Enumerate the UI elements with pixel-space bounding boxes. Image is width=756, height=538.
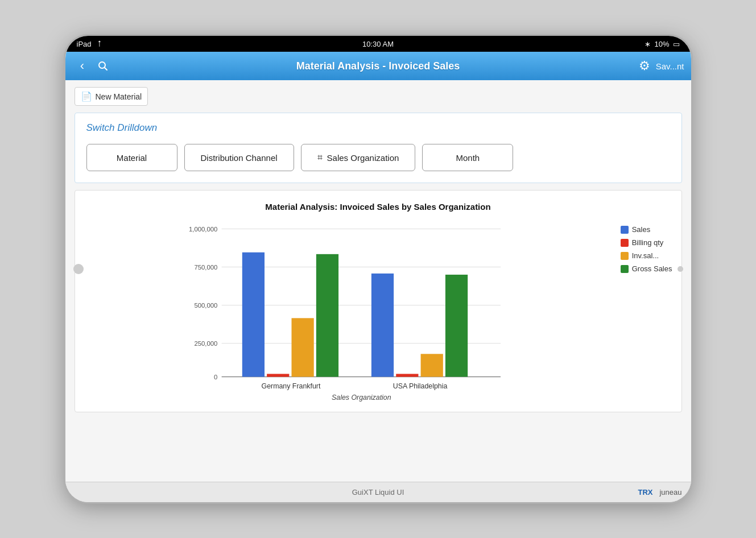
distribution-channel-button[interactable]: Distribution Channel <box>184 144 294 171</box>
sales-organization-label: Sales Organization <box>327 153 399 163</box>
footer-bar: GuiXT Liquid UI TRX juneau <box>65 482 691 502</box>
sales-organization-button[interactable]: ⌗ Sales Organization <box>301 144 416 171</box>
search-icon <box>98 61 108 71</box>
bar-usa-grosssales <box>445 275 467 377</box>
nav-bar: ‹ Material Analysis - Invoiced Sales ⚙ S… <box>65 52 691 80</box>
bar-usa-sales <box>371 274 393 377</box>
chart-panel: Material Analysis: Invoiced Sales by Sal… <box>75 190 682 412</box>
legend-color-invsales <box>621 252 629 260</box>
svg-text:250,000: 250,000 <box>194 340 217 347</box>
legend-billing: Billing qty <box>621 238 672 247</box>
bar-germany-sales <box>242 253 264 377</box>
page-title: Material Analysis - Invoiced Sales <box>296 60 460 72</box>
sales-org-icon: ⌗ <box>317 152 323 163</box>
bar-usa-invsales <box>420 354 443 376</box>
legend-label-sales: Sales <box>632 225 651 234</box>
legend-grosssales: Gross Sales <box>621 264 672 273</box>
content-area: 📄 New Material Switch Drilldown Material… <box>65 80 691 482</box>
chart-legend: Sales Billing qty Inv.sal... Gross Sales <box>621 221 672 403</box>
status-bar: iPad ⭡ 10:30 AM ∗ 10% ▭ <box>65 36 691 52</box>
material-drilldown-button[interactable]: Material <box>86 144 177 171</box>
material-label: Material <box>117 153 147 163</box>
device-frame: iPad ⭡ 10:30 AM ∗ 10% ▭ ‹ Material Analy… <box>65 36 691 502</box>
chart-container: 1,000,000 750,000 500,000 250,000 0 <box>84 221 672 403</box>
wifi-icon: ⭡ <box>96 40 103 48</box>
side-button-right <box>677 266 683 272</box>
back-button[interactable]: ‹ <box>72 56 93 76</box>
new-material-icon: 📄 <box>81 91 92 102</box>
bar-usa-billing <box>396 374 418 376</box>
new-material-label: New Material <box>96 92 142 101</box>
battery-label: 10% <box>654 40 669 48</box>
footer-right: TRX juneau <box>638 488 681 496</box>
chart-area: 1,000,000 750,000 500,000 250,000 0 <box>84 221 612 403</box>
legend-label-invsales: Inv.sal... <box>632 251 659 260</box>
footer-trx: TRX <box>638 488 652 496</box>
footer-juneau: juneau <box>659 488 681 496</box>
drilldown-buttons: Material Distribution Channel ⌗ Sales Or… <box>86 144 670 171</box>
bar-germany-billing <box>267 374 289 376</box>
drilldown-title: Switch Drilldown <box>86 122 670 134</box>
legend-label-grosssales: Gross Sales <box>632 264 672 273</box>
carrier-label: iPad <box>77 40 92 48</box>
legend-invsales: Inv.sal... <box>621 251 672 260</box>
bar-germany-grosssales <box>316 254 338 377</box>
svg-text:Sales Organization: Sales Organization <box>332 394 391 402</box>
time-label: 10:30 AM <box>362 40 394 48</box>
new-material-button[interactable]: 📄 New Material <box>75 87 148 106</box>
battery-icon: ▭ <box>673 40 680 48</box>
svg-text:750,000: 750,000 <box>194 264 217 271</box>
save-button[interactable]: Sav...nt <box>656 61 684 71</box>
bar-chart-svg: 1,000,000 750,000 500,000 250,000 0 <box>84 221 612 403</box>
svg-text:1,000,000: 1,000,000 <box>188 226 217 233</box>
legend-label-billing: Billing qty <box>632 238 664 247</box>
bar-germany-invsales <box>291 318 313 376</box>
settings-button[interactable]: ⚙ <box>639 59 650 73</box>
svg-text:500,000: 500,000 <box>194 302 217 309</box>
bluetooth-icon: ∗ <box>645 40 651 48</box>
svg-text:Germany Frankfurt: Germany Frankfurt <box>261 382 320 390</box>
legend-color-grosssales <box>621 265 629 273</box>
month-label: Month <box>456 153 480 163</box>
month-button[interactable]: Month <box>422 144 513 171</box>
svg-text:0: 0 <box>214 374 217 380</box>
legend-sales: Sales <box>621 225 672 234</box>
search-button[interactable] <box>93 56 113 76</box>
legend-color-billing <box>621 239 629 247</box>
drilldown-panel: Switch Drilldown Material Distribution C… <box>75 113 682 183</box>
footer-center: GuiXT Liquid UI <box>352 488 404 496</box>
distribution-channel-label: Distribution Channel <box>201 153 278 163</box>
svg-text:USA Philadelphia: USA Philadelphia <box>393 382 447 390</box>
toolbar-row: 📄 New Material <box>75 87 682 106</box>
svg-line-1 <box>104 68 107 71</box>
chart-title: Material Analysis: Invoiced Sales by Sal… <box>84 202 672 212</box>
side-button-left[interactable] <box>73 264 84 274</box>
legend-color-sales <box>621 226 629 234</box>
